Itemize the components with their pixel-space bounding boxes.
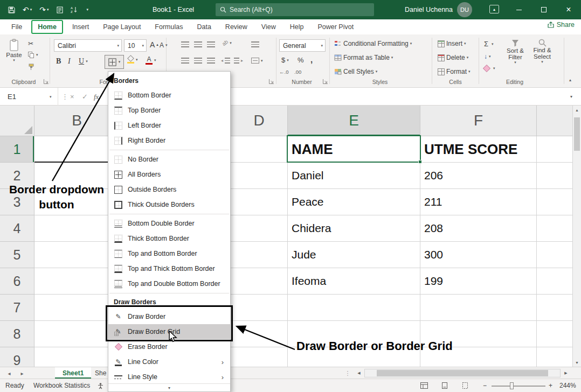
bold-button[interactable]: B <box>56 57 61 66</box>
cancel-entry-button[interactable]: × <box>70 88 74 106</box>
format-cells-button[interactable]: Format▾ <box>438 68 471 75</box>
orientation-button[interactable]: ab▾ <box>222 40 232 46</box>
cell-e3[interactable]: Peace <box>288 189 420 215</box>
menu-item-top-and-bottom-border[interactable]: Top and Bottom Border <box>108 246 230 261</box>
cell-f5[interactable]: 300 <box>420 242 537 268</box>
workbook-statistics-button[interactable]: Workbook Statistics <box>33 379 90 392</box>
paste-button[interactable]: Paste ▾ <box>3 38 25 79</box>
alignment-dialog-launcher[interactable] <box>268 79 274 85</box>
tab-formulas[interactable]: Formulas <box>148 19 190 34</box>
cell-b5[interactable] <box>34 242 120 268</box>
decrease-decimal-button[interactable]: .00 <box>294 69 301 75</box>
cell-g2[interactable] <box>537 163 572 189</box>
cell-e4[interactable]: Chidera <box>288 215 420 242</box>
next-sheet-button[interactable]: ▸ <box>16 367 28 379</box>
clear-button[interactable]: ▾ <box>484 66 495 71</box>
menu-item-thick-bottom-border[interactable]: Thick Bottom Border <box>108 231 230 246</box>
menu-item-line-style[interactable]: Line Style› <box>108 369 230 384</box>
row-header-1[interactable]: 1 <box>0 136 34 163</box>
menu-item-thick-outside-borders[interactable]: Thick Outside Borders <box>108 197 230 212</box>
cell-d1[interactable] <box>231 136 288 163</box>
cell-d8[interactable] <box>231 321 288 347</box>
underline-button[interactable]: U▾ <box>79 57 88 66</box>
column-header-g[interactable] <box>537 106 572 136</box>
undo-button[interactable]: ↶▾ <box>20 3 34 17</box>
redo-button[interactable]: ↷▾ <box>37 3 51 17</box>
cell-g3[interactable] <box>537 189 572 215</box>
autosum-button[interactable]: Σ▾ <box>484 40 494 48</box>
middle-align-button[interactable] <box>194 41 202 47</box>
sort-filter-button[interactable]: Sort & Filter ▾ <box>503 39 527 80</box>
name-box[interactable]: E1 ▾ <box>0 88 58 106</box>
workbook-stats-qat-button[interactable] <box>54 3 66 17</box>
cell-f7[interactable] <box>420 295 537 321</box>
menu-item-line-color[interactable]: ✎Line Color› <box>108 354 230 369</box>
tab-view[interactable]: View <box>254 19 283 34</box>
menu-item-top-border[interactable]: Top Border <box>108 103 230 118</box>
cell-d5[interactable] <box>231 242 288 268</box>
zoom-slider-track[interactable] <box>492 386 545 387</box>
increase-decimal-button[interactable]: ←.0 <box>279 69 288 75</box>
vertical-scroll-thumb[interactable] <box>574 117 580 151</box>
horizontal-scroll-thumb[interactable] <box>377 370 548 376</box>
cell-g7[interactable] <box>537 295 572 321</box>
enter-entry-button[interactable]: ✓ <box>82 88 88 106</box>
page-break-view-button[interactable] <box>461 379 469 392</box>
decrease-indent-button[interactable]: ◂ <box>221 58 230 64</box>
delete-cells-button[interactable]: Delete▾ <box>438 54 468 61</box>
fill-button[interactable]: ↓▾ <box>484 53 491 60</box>
zoom-in-button[interactable]: + <box>549 379 552 392</box>
menu-item-draw-border[interactable]: ✎Draw Border <box>108 309 230 324</box>
cell-g8[interactable] <box>537 321 572 347</box>
scroll-up-button[interactable]: ▲ <box>573 106 581 114</box>
customize-qat-button[interactable]: ▾ <box>83 3 92 17</box>
maximize-button[interactable] <box>531 0 556 19</box>
row-header-8[interactable]: 8 <box>0 321 34 347</box>
previous-sheet-button[interactable]: ◂ <box>3 367 15 379</box>
tab-help[interactable]: Help <box>283 19 311 34</box>
vertical-scrollbar[interactable]: ▲ ▼ <box>572 106 581 367</box>
column-header-e[interactable]: E <box>288 106 420 136</box>
top-align-button[interactable] <box>181 41 189 47</box>
find-select-button[interactable]: Find & Select ▾ <box>529 39 555 80</box>
accessibility-icon[interactable] <box>97 379 104 392</box>
cell-b8[interactable] <box>34 321 120 347</box>
bottom-align-button[interactable] <box>207 41 215 47</box>
column-header-f[interactable]: F <box>420 106 537 136</box>
menu-item-no-border[interactable]: No Border <box>108 152 230 167</box>
clipboard-dialog-launcher[interactable] <box>43 79 49 85</box>
increase-indent-button[interactable]: ▸ <box>234 58 243 64</box>
zoom-level[interactable]: 244% <box>559 379 576 392</box>
column-header-b[interactable]: B <box>34 106 120 136</box>
cell-d7[interactable] <box>231 295 288 321</box>
hscroll-right-button[interactable]: ▶ <box>562 369 570 377</box>
cell-b1[interactable] <box>34 136 120 163</box>
tab-insert[interactable]: Insert <box>65 19 96 34</box>
cell-e5[interactable]: Jude <box>288 242 420 268</box>
percent-style-button[interactable]: % <box>298 56 304 64</box>
row-header-7[interactable]: 7 <box>0 295 34 321</box>
scroll-down-button[interactable]: ▼ <box>573 358 581 367</box>
number-dialog-launcher[interactable] <box>322 79 328 85</box>
cut-button[interactable]: ✂ <box>28 40 33 47</box>
tab-page-layout[interactable]: Page Layout <box>96 19 148 34</box>
align-right-button[interactable] <box>207 58 215 64</box>
font-color-button[interactable]: A ▾ <box>146 56 156 65</box>
italic-button[interactable]: I <box>68 57 71 66</box>
row-header-4[interactable]: 4 <box>0 215 34 242</box>
conditional-formatting-button[interactable]: Conditional Formatting▾ <box>334 40 412 47</box>
font-name-select[interactable]: Calibri▾ <box>54 39 122 52</box>
cell-g5[interactable] <box>537 242 572 268</box>
format-as-table-button[interactable]: Format as Table▾ <box>334 54 393 61</box>
cell-g6[interactable] <box>537 268 572 295</box>
menu-item-all-borders[interactable]: All Borders <box>108 167 230 182</box>
menu-item-right-border[interactable]: Right Border <box>108 133 230 148</box>
sort-az-button[interactable]: AZ <box>68 3 81 17</box>
wrap-text-button[interactable] <box>251 41 259 47</box>
cell-b4[interactable] <box>34 215 120 242</box>
save-button[interactable] <box>5 3 18 17</box>
cell-b6[interactable] <box>34 268 120 295</box>
menu-item-top-and-double-bottom-border[interactable]: Top and Double Bottom Border <box>108 276 230 291</box>
cell-g4[interactable] <box>537 215 572 242</box>
tab-home[interactable]: Home <box>32 21 62 33</box>
